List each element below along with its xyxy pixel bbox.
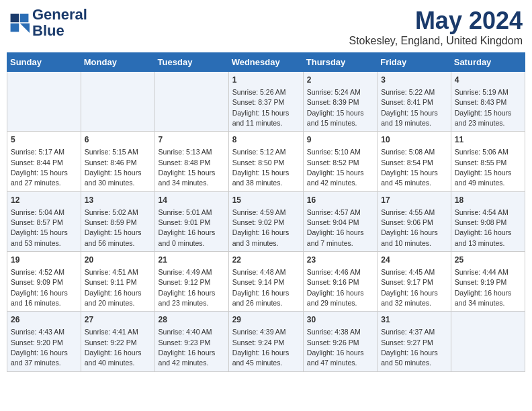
day-info: Sunrise: 4:59 AM Sunset: 9:02 PM Dayligh… — [232, 208, 290, 247]
calendar-cell: 21Sunrise: 4:49 AM Sunset: 9:12 PM Dayli… — [154, 252, 228, 312]
weekday-header: Friday — [378, 53, 451, 72]
calendar-cell: 17Sunrise: 4:55 AM Sunset: 9:06 PM Dayli… — [378, 191, 451, 251]
logo: General Blue — [9, 7, 87, 39]
calendar-cell — [81, 72, 154, 132]
day-info: Sunrise: 4:40 AM Sunset: 9:23 PM Dayligh… — [159, 328, 216, 367]
calendar-cell: 9Sunrise: 5:10 AM Sunset: 8:52 PM Daylig… — [303, 132, 377, 191]
calendar-cell: 7Sunrise: 5:13 AM Sunset: 8:48 PM Daylig… — [154, 132, 228, 191]
day-info: Sunrise: 4:54 AM Sunset: 9:08 PM Dayligh… — [455, 208, 512, 247]
calendar-cell — [154, 72, 228, 132]
calendar-cell: 10Sunrise: 5:08 AM Sunset: 8:54 PM Dayli… — [378, 132, 451, 191]
day-info: Sunrise: 4:57 AM Sunset: 9:04 PM Dayligh… — [307, 208, 364, 247]
calendar-cell — [7, 72, 81, 132]
calendar-week-row: 12Sunrise: 5:04 AM Sunset: 8:57 PM Dayli… — [7, 191, 525, 251]
day-info: Sunrise: 4:46 AM Sunset: 9:16 PM Dayligh… — [307, 268, 364, 307]
day-info: Sunrise: 5:24 AM Sunset: 8:39 PM Dayligh… — [307, 88, 364, 127]
svg-rect-0 — [11, 14, 19, 23]
logo-icon — [9, 13, 30, 33]
calendar-cell: 3Sunrise: 5:22 AM Sunset: 8:41 PM Daylig… — [378, 72, 451, 132]
calendar-cell: 4Sunrise: 5:19 AM Sunset: 8:43 PM Daylig… — [451, 72, 525, 132]
day-number: 11 — [455, 134, 521, 146]
weekday-header-row: SundayMondayTuesdayWednesdayThursdayFrid… — [7, 53, 525, 72]
day-number: 8 — [232, 134, 300, 146]
page-header: General Blue May 2024 Stokesley, England… — [7, 7, 525, 47]
day-info: Sunrise: 4:39 AM Sunset: 9:24 PM Dayligh… — [232, 328, 290, 367]
calendar-cell — [451, 312, 525, 371]
day-number: 27 — [85, 314, 151, 326]
calendar-week-row: 1Sunrise: 5:26 AM Sunset: 8:37 PM Daylig… — [7, 72, 525, 132]
weekday-header: Tuesday — [154, 53, 228, 72]
day-info: Sunrise: 4:43 AM Sunset: 9:20 PM Dayligh… — [11, 328, 68, 367]
calendar-cell: 22Sunrise: 4:48 AM Sunset: 9:14 PM Dayli… — [228, 252, 303, 312]
day-number: 18 — [455, 195, 521, 206]
day-info: Sunrise: 4:38 AM Sunset: 9:26 PM Dayligh… — [307, 328, 364, 367]
day-number: 24 — [381, 255, 447, 266]
day-number: 17 — [381, 195, 447, 206]
day-info: Sunrise: 5:08 AM Sunset: 8:54 PM Dayligh… — [381, 148, 438, 187]
day-number: 14 — [159, 195, 225, 206]
calendar-cell: 26Sunrise: 4:43 AM Sunset: 9:20 PM Dayli… — [7, 312, 81, 371]
logo-line1: General — [32, 7, 87, 23]
day-number: 1 — [232, 75, 300, 86]
day-info: Sunrise: 4:44 AM Sunset: 9:19 PM Dayligh… — [455, 268, 512, 307]
day-number: 10 — [381, 134, 447, 146]
weekday-header: Wednesday — [228, 53, 303, 72]
calendar-cell: 2Sunrise: 5:24 AM Sunset: 8:39 PM Daylig… — [303, 72, 377, 132]
day-number: 22 — [232, 255, 300, 266]
day-info: Sunrise: 5:01 AM Sunset: 9:01 PM Dayligh… — [159, 208, 216, 247]
calendar-cell: 14Sunrise: 5:01 AM Sunset: 9:01 PM Dayli… — [154, 191, 228, 251]
day-number: 19 — [11, 255, 77, 266]
calendar-cell: 20Sunrise: 4:51 AM Sunset: 9:11 PM Dayli… — [81, 252, 154, 312]
calendar-table: SundayMondayTuesdayWednesdayThursdayFrid… — [7, 52, 525, 372]
day-info: Sunrise: 5:13 AM Sunset: 8:48 PM Dayligh… — [159, 148, 216, 187]
day-info: Sunrise: 5:12 AM Sunset: 8:50 PM Dayligh… — [232, 148, 290, 187]
day-number: 21 — [159, 255, 225, 266]
calendar-cell: 25Sunrise: 4:44 AM Sunset: 9:19 PM Dayli… — [451, 252, 525, 312]
day-number: 6 — [85, 134, 151, 146]
calendar-cell: 15Sunrise: 4:59 AM Sunset: 9:02 PM Dayli… — [228, 191, 303, 251]
calendar-week-row: 19Sunrise: 4:52 AM Sunset: 9:09 PM Dayli… — [7, 252, 525, 312]
calendar-cell: 6Sunrise: 5:15 AM Sunset: 8:46 PM Daylig… — [81, 132, 154, 191]
day-info: Sunrise: 5:17 AM Sunset: 8:44 PM Dayligh… — [11, 148, 68, 187]
day-number: 4 — [455, 75, 521, 86]
calendar-week-row: 26Sunrise: 4:43 AM Sunset: 9:20 PM Dayli… — [7, 312, 525, 371]
day-number: 29 — [232, 314, 300, 326]
day-info: Sunrise: 5:26 AM Sunset: 8:37 PM Dayligh… — [232, 88, 290, 127]
day-info: Sunrise: 4:41 AM Sunset: 9:22 PM Dayligh… — [85, 328, 142, 367]
calendar-cell: 24Sunrise: 4:45 AM Sunset: 9:17 PM Dayli… — [378, 252, 451, 312]
svg-marker-3 — [20, 24, 30, 33]
day-info: Sunrise: 4:48 AM Sunset: 9:14 PM Dayligh… — [232, 268, 290, 307]
day-info: Sunrise: 5:15 AM Sunset: 8:46 PM Dayligh… — [85, 148, 142, 187]
logo-line2: Blue — [32, 23, 87, 39]
day-number: 7 — [159, 134, 225, 146]
day-info: Sunrise: 4:45 AM Sunset: 9:17 PM Dayligh… — [381, 268, 438, 307]
calendar-cell: 1Sunrise: 5:26 AM Sunset: 8:37 PM Daylig… — [228, 72, 303, 132]
day-number: 3 — [381, 75, 447, 86]
calendar-cell: 5Sunrise: 5:17 AM Sunset: 8:44 PM Daylig… — [7, 132, 81, 191]
day-number: 13 — [85, 195, 151, 206]
day-info: Sunrise: 4:51 AM Sunset: 9:11 PM Dayligh… — [85, 268, 142, 307]
day-info: Sunrise: 5:02 AM Sunset: 8:59 PM Dayligh… — [85, 208, 142, 247]
day-number: 25 — [455, 255, 521, 266]
weekday-header: Monday — [81, 53, 154, 72]
day-number: 15 — [232, 195, 300, 206]
day-number: 12 — [11, 195, 77, 206]
calendar-cell: 27Sunrise: 4:41 AM Sunset: 9:22 PM Dayli… — [81, 312, 154, 371]
day-info: Sunrise: 5:22 AM Sunset: 8:41 PM Dayligh… — [381, 88, 438, 127]
day-number: 9 — [307, 134, 373, 146]
day-info: Sunrise: 5:04 AM Sunset: 8:57 PM Dayligh… — [11, 208, 68, 247]
weekday-header: Sunday — [7, 53, 81, 72]
day-number: 2 — [307, 75, 373, 86]
day-number: 20 — [85, 255, 151, 266]
day-info: Sunrise: 4:55 AM Sunset: 9:06 PM Dayligh… — [381, 208, 438, 247]
calendar-cell: 11Sunrise: 5:06 AM Sunset: 8:55 PM Dayli… — [451, 132, 525, 191]
day-number: 16 — [307, 195, 373, 206]
calendar-cell: 23Sunrise: 4:46 AM Sunset: 9:16 PM Dayli… — [303, 252, 377, 312]
day-info: Sunrise: 5:19 AM Sunset: 8:43 PM Dayligh… — [455, 88, 512, 127]
calendar-cell: 16Sunrise: 4:57 AM Sunset: 9:04 PM Dayli… — [303, 191, 377, 251]
day-number: 26 — [11, 314, 77, 326]
svg-rect-1 — [20, 14, 29, 23]
weekday-header: Thursday — [303, 53, 377, 72]
day-number: 30 — [307, 314, 373, 326]
day-info: Sunrise: 4:49 AM Sunset: 9:12 PM Dayligh… — [159, 268, 216, 307]
